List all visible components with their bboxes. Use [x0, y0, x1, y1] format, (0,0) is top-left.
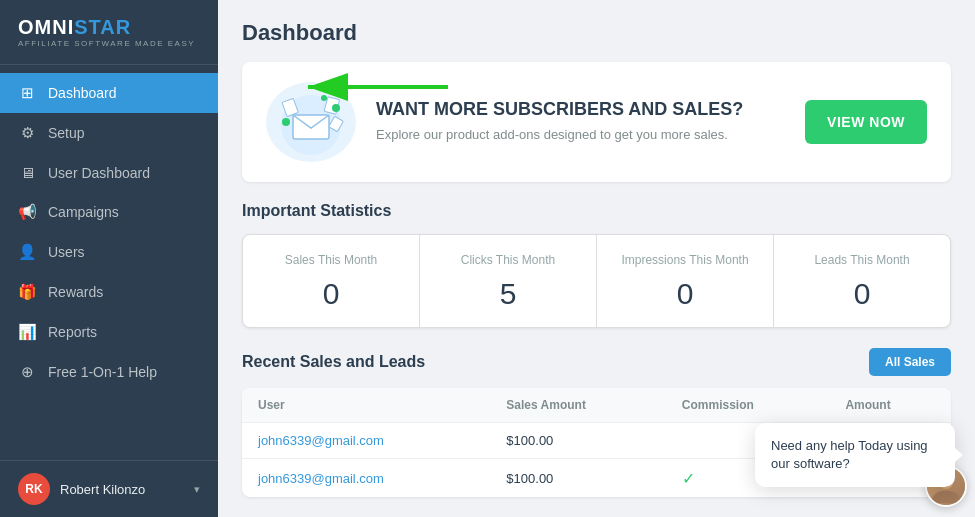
user-name: Robert Kilonzo — [60, 482, 145, 497]
banner-text: WANT MORE SUBSCRIBERS AND SALES? Explore… — [376, 99, 785, 144]
sidebar-item-label: Dashboard — [48, 85, 117, 101]
sales-header: Recent Sales and Leads All Sales — [242, 348, 951, 376]
dashboard-icon: ⊞ — [18, 84, 36, 102]
cell-sales-amount: $100.00 — [490, 459, 665, 497]
col-amount: Amount — [829, 388, 951, 423]
page-title: Dashboard — [242, 20, 951, 46]
sidebar-item-dashboard[interactable]: ⊞ Dashboard — [0, 73, 218, 113]
stat-sales: Sales This Month 0 — [243, 235, 419, 328]
tooltip-arrow — [955, 448, 963, 462]
sidebar-item-label: Campaigns — [48, 204, 119, 220]
stat-value-clicks: 5 — [436, 277, 580, 311]
sales-section-title: Recent Sales and Leads — [242, 353, 425, 371]
stat-value-sales: 0 — [259, 277, 403, 311]
sidebar-item-setup[interactable]: ⚙ Setup — [0, 113, 218, 153]
reports-icon: 📊 — [18, 323, 36, 341]
users-icon: 👤 — [18, 243, 36, 261]
promo-banner: WANT MORE SUBSCRIBERS AND SALES? Explore… — [242, 62, 951, 182]
checkmark-icon: ✓ — [682, 470, 695, 487]
sidebar-item-label: User Dashboard — [48, 165, 150, 181]
sidebar-item-users[interactable]: 👤 Users — [0, 232, 218, 272]
user-link[interactable]: john6339@gmail.com — [258, 433, 384, 448]
stat-label-impressions: Impressions This Month — [613, 253, 757, 267]
sidebar-item-label: Reports — [48, 324, 97, 340]
sidebar-item-label: Setup — [48, 125, 85, 141]
user-link[interactable]: john6339@gmail.com — [258, 471, 384, 486]
cell-user: john6339@gmail.com — [242, 459, 490, 497]
stat-value-impressions: 0 — [613, 277, 757, 311]
banner-description: Explore our product add-ons designed to … — [376, 126, 785, 144]
svg-point-8 — [332, 104, 340, 112]
sidebar: OMNISTAR AFFILIATE SOFTWARE MADE EASY ⊞ … — [0, 0, 218, 517]
sidebar-item-label: Rewards — [48, 284, 103, 300]
col-user: User — [242, 388, 490, 423]
monitor-icon: 🖥 — [18, 164, 36, 181]
rewards-icon: 🎁 — [18, 283, 36, 301]
banner-icon — [266, 82, 356, 162]
stat-clicks: Clicks This Month 5 — [420, 235, 596, 328]
sidebar-item-help[interactable]: ⊕ Free 1-On-1 Help — [0, 352, 218, 392]
avatar: RK — [18, 473, 50, 505]
statistics-section-title: Important Statistics — [242, 202, 951, 220]
sidebar-nav: ⊞ Dashboard ⚙ Setup 🖥 User Dashboard 📢 C… — [0, 65, 218, 460]
sidebar-item-label: Free 1-On-1 Help — [48, 364, 157, 380]
sidebar-logo: OMNISTAR AFFILIATE SOFTWARE MADE EASY — [0, 0, 218, 65]
table-header-row: User Sales Amount Commission Amount — [242, 388, 951, 423]
setup-icon: ⚙ — [18, 124, 36, 142]
col-commission: Commission — [666, 388, 830, 423]
help-tooltip: Need any help Today using our software? — [755, 423, 955, 487]
main-content: Dashboard WANT MORE SUBSCRIBERS AND SALE… — [218, 0, 975, 517]
help-icon: ⊕ — [18, 363, 36, 381]
sidebar-item-campaigns[interactable]: 📢 Campaigns — [0, 192, 218, 232]
stat-label-leads: Leads This Month — [790, 253, 934, 267]
campaigns-icon: 📢 — [18, 203, 36, 221]
stat-label-sales: Sales This Month — [259, 253, 403, 267]
chevron-down-icon: ▾ — [194, 483, 200, 496]
sidebar-item-rewards[interactable]: 🎁 Rewards — [0, 272, 218, 312]
tooltip-text: Need any help Today using our software? — [771, 438, 928, 471]
statistics-grid: Sales This Month 0 Clicks This Month 5 I… — [242, 234, 951, 328]
banner-title: WANT MORE SUBSCRIBERS AND SALES? — [376, 99, 785, 120]
logo-subtitle: AFFILIATE SOFTWARE MADE EASY — [18, 39, 200, 48]
sidebar-item-label: Users — [48, 244, 85, 260]
user-menu[interactable]: RK Robert Kilonzo ▾ — [0, 460, 218, 517]
stat-leads: Leads This Month 0 — [774, 235, 950, 328]
logo-text: OMNISTAR — [18, 16, 200, 39]
view-now-button[interactable]: VIEW NOW — [805, 100, 927, 144]
stat-impressions: Impressions This Month 0 — [597, 235, 773, 328]
sidebar-item-reports[interactable]: 📊 Reports — [0, 312, 218, 352]
cell-sales-amount: $100.00 — [490, 423, 665, 459]
col-sales-amount: Sales Amount — [490, 388, 665, 423]
sidebar-item-user-dashboard[interactable]: 🖥 User Dashboard — [0, 153, 218, 192]
stat-label-clicks: Clicks This Month — [436, 253, 580, 267]
all-sales-button[interactable]: All Sales — [869, 348, 951, 376]
stat-value-leads: 0 — [790, 277, 934, 311]
svg-point-9 — [321, 95, 327, 101]
svg-point-7 — [282, 118, 290, 126]
cell-user: john6339@gmail.com — [242, 423, 490, 459]
